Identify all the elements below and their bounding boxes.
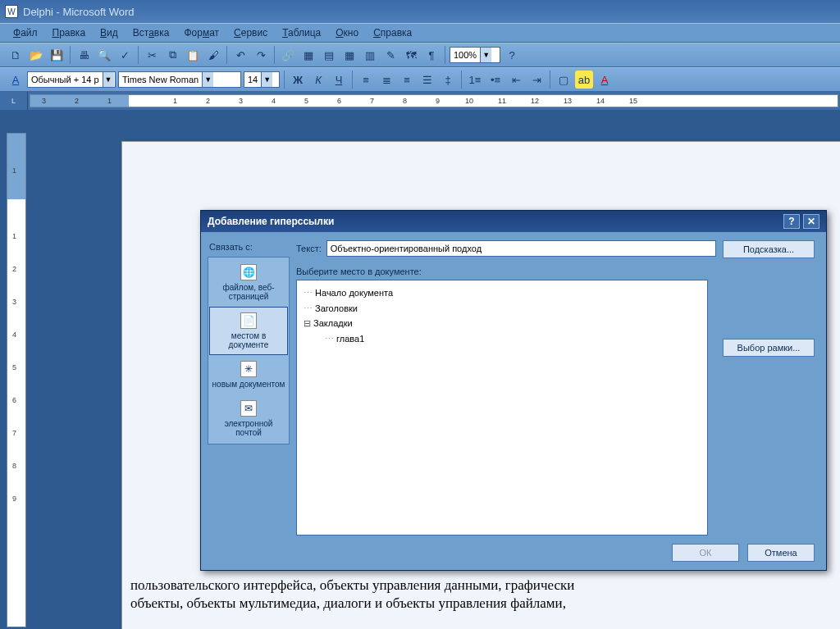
menu-help[interactable]: Справка [367,25,418,40]
link-option-file-web[interactable]: 🌐 файлом, веб-страницей [209,258,288,307]
cancel-button[interactable]: Отмена [747,544,815,562]
dialog-body: Связать с: 🌐 файлом, веб-страницей 📄 мес… [201,232,826,570]
chevron-down-icon[interactable]: ▼ [480,48,491,62]
new-doc-icon[interactable]: 🗋 [7,46,25,64]
bullet-list-icon[interactable]: •≡ [486,71,504,89]
italic-button[interactable]: К [309,71,327,89]
document-icon: 📄 [240,312,257,329]
menu-tools[interactable]: Сервис [227,25,274,40]
line-spacing-icon[interactable]: ‡ [439,71,457,89]
menu-file[interactable]: Файл [7,25,44,40]
menu-table[interactable]: Таблица [276,25,327,40]
paste-icon[interactable]: 📋 [184,46,202,64]
link-option-place-in-doc[interactable]: 📄 местом в документе [209,307,288,355]
toolbar-formatting: A Обычный + 14 p▼ Times New Roman▼ 14▼ Ж… [0,67,840,92]
menu-view[interactable]: Вид [94,25,125,40]
drawing-icon[interactable]: ✎ [381,46,399,64]
preview-icon[interactable]: 🔍 [95,46,113,64]
justify-icon[interactable]: ☰ [418,71,436,89]
link-option-label: местом в документе [212,331,285,349]
zoom-combo[interactable]: 100%▼ [450,47,500,63]
tree-node-chapter1[interactable]: глава1 [304,331,701,347]
separator [138,46,139,64]
font-color-icon[interactable]: A [596,71,614,89]
menu-edit[interactable]: Правка [46,25,93,40]
word-app-icon: W [5,5,18,18]
borders-icon[interactable]: ▢ [555,71,573,89]
menu-format[interactable]: Формат [177,25,226,40]
help-icon[interactable]: ? [783,214,800,229]
undo-icon[interactable]: ↶ [231,46,249,64]
numbered-list-icon[interactable]: 1≡ [466,71,484,89]
size-value: 14 [248,75,258,84]
help-icon[interactable]: ? [503,46,521,64]
target-frame-button[interactable]: Выбор рамки... [723,339,815,357]
dialog-titlebar[interactable]: Добавление гиперссылки ? ✕ [201,211,826,232]
close-icon[interactable]: ✕ [803,214,819,229]
link-option-label: файлом, веб-страницей [212,283,285,301]
tables-borders-icon[interactable]: ▦ [299,46,317,64]
separator [274,46,275,64]
link-option-email[interactable]: ✉ электронной почтой [209,394,288,443]
tree-node-headings[interactable]: Заголовки [304,301,701,317]
separator [226,46,227,64]
dialog-title: Добавление гиперссылки [208,216,334,227]
underline-button[interactable]: Ч [330,71,348,89]
cut-icon[interactable]: ✂ [143,46,161,64]
select-place-label: Выберите место в документе: [296,267,819,276]
dialog-main-column: Текст: Выберите место в документе: Начал… [296,240,819,563]
link-options: 🌐 файлом, веб-страницей 📄 местом в докум… [208,257,290,444]
align-center-icon[interactable]: ≣ [377,71,395,89]
display-text-input[interactable] [326,240,716,257]
increase-indent-icon[interactable]: ⇥ [527,71,546,89]
menu-insert[interactable]: Вставка [126,25,176,40]
chevron-down-icon[interactable]: ▼ [261,72,272,87]
highlight-icon[interactable]: ab [575,71,593,89]
text-label: Текст: [296,244,322,253]
link-to-column: Связать с: 🌐 файлом, веб-страницей 📄 мес… [208,240,290,563]
insert-table-icon[interactable]: ▤ [320,46,338,64]
document-body-text[interactable]: пользовательского интерфейса, объекты уп… [130,577,840,613]
link-with-label: Связать с: [208,240,290,257]
ruler-corner: L [0,92,28,110]
chevron-down-icon[interactable]: ▼ [103,72,114,87]
bookmark-tree[interactable]: Начало документа Заголовки Закладки глав… [296,280,708,536]
window-titlebar: W Delphi - Microsoft Word [0,0,840,23]
font-combo[interactable]: Times New Roman▼ [118,71,241,88]
vertical-ruler[interactable]: 1 123 456 789 [7,133,26,627]
mail-icon: ✉ [240,400,257,417]
show-marks-icon[interactable]: ¶ [422,46,441,64]
decrease-indent-icon[interactable]: ⇤ [507,71,525,89]
align-left-icon[interactable]: ≡ [357,71,375,89]
copy-icon[interactable]: ⧉ [163,46,181,64]
hyperlink-icon[interactable]: 🔗 [279,46,297,64]
dialog-right-column: Подсказка... Выбор рамки... [718,280,819,536]
menu-window[interactable]: Окно [329,25,365,40]
zoom-value: 100% [454,50,477,60]
ok-button[interactable]: ОК [672,544,739,562]
style-combo[interactable]: Обычный + 14 p▼ [27,71,116,88]
link-option-new-doc[interactable]: ✳ новым документом [209,355,288,394]
save-icon[interactable]: 💾 [48,46,66,64]
bold-button[interactable]: Ж [289,71,307,89]
style-value: Обычный + 14 p [31,75,99,84]
font-value: Times New Roman [122,75,199,84]
screentip-button[interactable]: Подсказка... [723,240,815,258]
tree-node-bookmarks[interactable]: Закладки [304,316,701,331]
horizontal-ruler[interactable]: 321 123 456 789 101112 131415 [30,94,838,107]
doc-map-icon[interactable]: 🗺 [402,46,420,64]
excel-icon[interactable]: ▦ [340,46,358,64]
open-icon[interactable]: 📂 [27,46,45,64]
tree-node-start[interactable]: Начало документа [304,285,701,301]
columns-icon[interactable]: ▥ [361,46,379,64]
format-painter-icon[interactable]: 🖌 [204,46,222,64]
align-right-icon[interactable]: ≡ [398,71,416,89]
redo-icon[interactable]: ↷ [252,46,270,64]
separator [445,46,445,64]
font-size-combo[interactable]: 14▼ [244,71,280,88]
print-icon[interactable]: 🖶 [75,46,93,64]
chevron-down-icon[interactable]: ▼ [202,72,213,87]
separator [70,46,71,64]
spellcheck-icon[interactable]: ✓ [116,46,134,64]
styles-pane-icon[interactable]: A [7,71,25,89]
